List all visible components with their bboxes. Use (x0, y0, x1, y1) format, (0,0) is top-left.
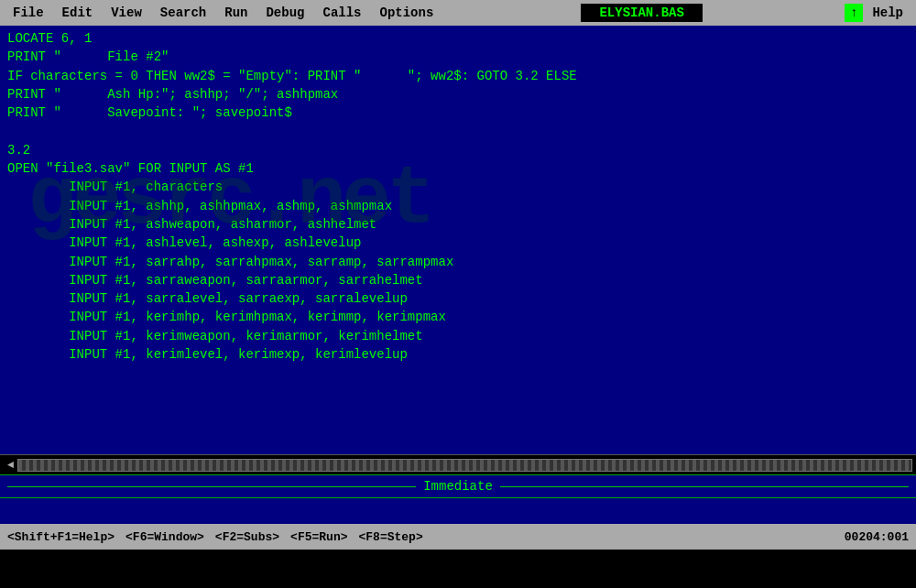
status-key-f5: <F5=Run> (290, 530, 347, 544)
status-key-f6: <F6=Window> (125, 530, 204, 544)
immediate-line: Immediate (0, 479, 916, 494)
menu-help[interactable]: Help (863, 4, 912, 22)
scrollbar-area[interactable]: ◄ (0, 454, 916, 474)
menu-options[interactable]: Options (371, 4, 443, 22)
menu-edit[interactable]: Edit (53, 4, 103, 22)
code-area: gesrc.net LOCATE 6, 1 PRINT " File #2" I… (0, 26, 916, 454)
status-key-f2: <F2=Subs> (215, 530, 279, 544)
title-bar-center: ELYSIAN.BAS (442, 4, 841, 22)
status-key-f1: <Shift+F1=Help> (7, 530, 114, 544)
menu-view[interactable]: View (102, 4, 151, 22)
menu-search[interactable]: Search (151, 4, 215, 22)
code-content: LOCATE 6, 1 PRINT " File #2" IF characte… (7, 29, 909, 364)
scroll-left-arrow[interactable]: ◄ (4, 459, 17, 472)
immediate-label: Immediate (423, 479, 493, 494)
menu-debug[interactable]: Debug (256, 4, 313, 22)
scroll-indicator: ↑ (845, 4, 863, 22)
menu-run[interactable]: Run (215, 4, 256, 22)
immediate-left-dashes (7, 486, 416, 487)
status-key-f8: <F8=Step> (359, 530, 423, 544)
status-bar: <Shift+F1=Help> <F6=Window> <F2=Subs> <F… (0, 524, 916, 550)
document-title: ELYSIAN.BAS (581, 4, 702, 22)
scrollbar-track[interactable] (17, 459, 912, 472)
menu-file[interactable]: File (4, 4, 53, 22)
immediate-right-dashes (500, 486, 909, 487)
menu-bar: File Edit View Search Run Debug Calls Op… (0, 0, 916, 26)
menu-calls[interactable]: Calls (313, 4, 370, 22)
immediate-bar: Immediate (0, 474, 916, 498)
immediate-input-area[interactable] (0, 498, 916, 524)
status-position: 00204:001 (845, 530, 909, 544)
status-left: <Shift+F1=Help> <F6=Window> <F2=Subs> <F… (7, 530, 423, 544)
